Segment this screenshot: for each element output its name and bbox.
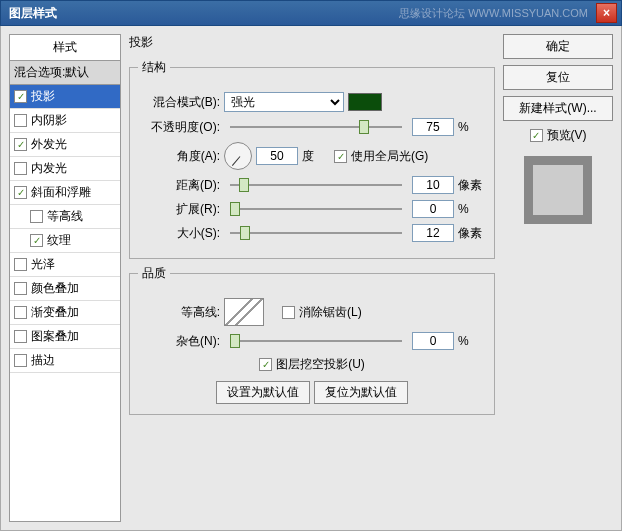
style-checkbox[interactable] [14,114,27,127]
opacity-row: 不透明度(O): % [138,118,486,136]
style-checkbox[interactable] [30,210,43,223]
contour-picker[interactable] [224,298,264,326]
global-light-checkbox[interactable]: ✓ [334,150,347,163]
structure-legend: 结构 [138,59,170,76]
shadow-color-swatch[interactable] [348,93,382,111]
size-row: 大小(S): 像素 [138,224,486,242]
style-item-等高线[interactable]: 等高线 [10,205,120,229]
angle-row: 角度(A): 度 ✓ 使用全局光(G) [138,142,486,170]
window-title: 图层样式 [9,5,57,22]
sidebar-header[interactable]: 样式 [9,34,121,61]
distance-unit: 像素 [458,177,486,194]
spread-slider[interactable] [230,200,402,218]
style-item-光泽[interactable]: 光泽 [10,253,120,277]
size-slider[interactable] [230,224,402,242]
style-item-斜面和浮雕[interactable]: ✓斜面和浮雕 [10,181,120,205]
right-panel: 确定 复位 新建样式(W)... ✓ 预览(V) [503,34,613,522]
style-checkbox[interactable]: ✓ [14,138,27,151]
set-default-button[interactable]: 设置为默认值 [216,381,310,404]
defaults-row: 设置为默认值 复位为默认值 [138,381,486,404]
noise-unit: % [458,334,486,348]
style-item-外发光[interactable]: ✓外发光 [10,133,120,157]
title-bar: 图层样式 思缘设计论坛 WWW.MISSYUAN.COM × [0,0,622,26]
contour-label: 等高线: [138,304,220,321]
preview-toggle[interactable]: ✓ 预览(V) [503,127,613,144]
style-label: 光泽 [31,256,55,273]
style-label: 纹理 [47,232,71,249]
style-checkbox[interactable] [14,258,27,271]
noise-slider[interactable] [230,332,402,350]
style-label: 内发光 [31,160,67,177]
opacity-input[interactable] [412,118,454,136]
opacity-unit: % [458,120,486,134]
knockout-label: 图层挖空投影(U) [276,356,365,373]
size-input[interactable] [412,224,454,242]
preview-checkbox[interactable]: ✓ [530,129,543,142]
style-item-内阴影[interactable]: 内阴影 [10,109,120,133]
spread-row: 扩展(R): % [138,200,486,218]
style-checkbox[interactable]: ✓ [14,186,27,199]
opacity-slider[interactable] [230,118,402,136]
style-item-图案叠加[interactable]: 图案叠加 [10,325,120,349]
noise-label: 杂色(N): [138,333,220,350]
angle-input[interactable] [256,147,298,165]
structure-group: 结构 混合模式(B): 强光 不透明度(O): % 角度(A): 度 ✓ 使用全… [129,59,495,259]
style-item-描边[interactable]: 描边 [10,349,120,373]
style-checkbox[interactable] [14,306,27,319]
angle-label: 角度(A): [138,148,220,165]
opacity-label: 不透明度(O): [138,119,220,136]
style-checkbox[interactable]: ✓ [14,90,27,103]
distance-slider[interactable] [230,176,402,194]
style-label: 投影 [31,88,55,105]
style-item-投影[interactable]: ✓投影 [10,85,120,109]
knockout-row: ✓ 图层挖空投影(U) [138,356,486,373]
style-checkbox[interactable] [14,330,27,343]
size-label: 大小(S): [138,225,220,242]
style-checkbox[interactable] [14,282,27,295]
new-style-button[interactable]: 新建样式(W)... [503,96,613,121]
reset-default-button[interactable]: 复位为默认值 [314,381,408,404]
style-item-颜色叠加[interactable]: 颜色叠加 [10,277,120,301]
ok-button[interactable]: 确定 [503,34,613,59]
style-checkbox[interactable] [14,354,27,367]
close-button[interactable]: × [596,3,617,23]
blend-options-item[interactable]: 混合选项:默认 [9,61,121,85]
noise-input[interactable] [412,332,454,350]
global-light-label: 使用全局光(G) [351,148,428,165]
size-unit: 像素 [458,225,486,242]
distance-label: 距离(D): [138,177,220,194]
knockout-checkbox[interactable]: ✓ [259,358,272,371]
noise-row: 杂色(N): % [138,332,486,350]
antialias-label: 消除锯齿(L) [299,304,362,321]
style-label: 等高线 [47,208,83,225]
cancel-button[interactable]: 复位 [503,65,613,90]
angle-unit: 度 [302,148,330,165]
blend-mode-select[interactable]: 强光 [224,92,344,112]
style-label: 外发光 [31,136,67,153]
spread-input[interactable] [412,200,454,218]
quality-legend: 品质 [138,265,170,282]
preview-thumbnail [524,156,592,224]
watermark: 思缘设计论坛 WWW.MISSYUAN.COM [399,6,588,21]
style-item-内发光[interactable]: 内发光 [10,157,120,181]
style-list: ✓投影内阴影✓外发光内发光✓斜面和浮雕等高线✓纹理光泽颜色叠加渐变叠加图案叠加描… [9,85,121,522]
style-item-纹理[interactable]: ✓纹理 [10,229,120,253]
style-label: 斜面和浮雕 [31,184,91,201]
style-label: 颜色叠加 [31,280,79,297]
spread-unit: % [458,202,486,216]
antialias-checkbox[interactable] [282,306,295,319]
style-checkbox[interactable]: ✓ [30,234,43,247]
style-item-渐变叠加[interactable]: 渐变叠加 [10,301,120,325]
style-label: 描边 [31,352,55,369]
style-checkbox[interactable] [14,162,27,175]
distance-input[interactable] [412,176,454,194]
angle-dial[interactable] [224,142,252,170]
preview-label: 预览(V) [547,127,587,144]
style-label: 图案叠加 [31,328,79,345]
spread-label: 扩展(R): [138,201,220,218]
distance-row: 距离(D): 像素 [138,176,486,194]
panel-title: 投影 [129,34,495,51]
style-label: 渐变叠加 [31,304,79,321]
blend-mode-row: 混合模式(B): 强光 [138,92,486,112]
blend-mode-label: 混合模式(B): [138,94,220,111]
